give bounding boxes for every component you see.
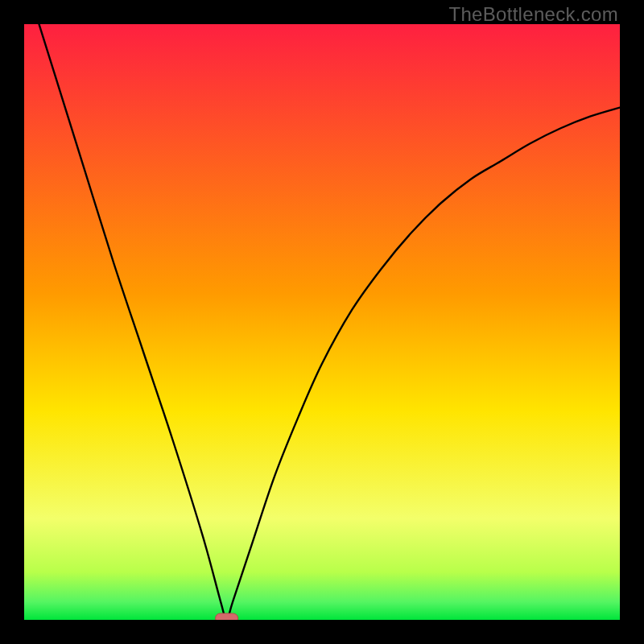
- chart-svg: [24, 24, 620, 620]
- gradient-background: [24, 24, 620, 620]
- chart-frame: TheBottleneck.com: [0, 0, 644, 644]
- watermark-text: TheBottleneck.com: [448, 3, 618, 26]
- minimum-marker: [216, 613, 238, 620]
- plot-area: [24, 24, 620, 620]
